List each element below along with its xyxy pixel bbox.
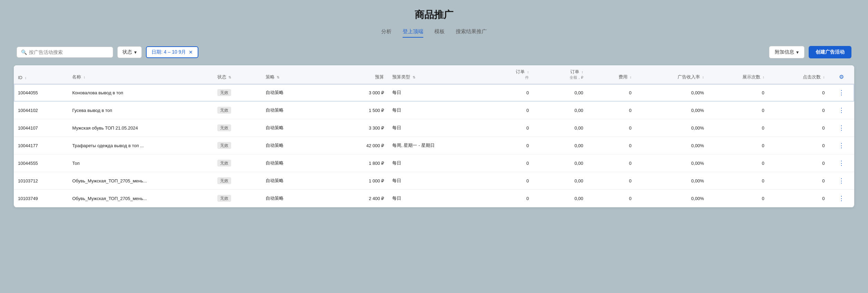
- cell-id: 10044107: [14, 119, 68, 137]
- status-badge: 无效: [217, 124, 231, 131]
- col-header-orders-sum: 订单 ↕ 全额，₽: [533, 65, 587, 84]
- cell-orders-sum: 0,00: [533, 119, 587, 137]
- cell-name: Коновалова вывод в топ: [68, 84, 213, 102]
- page-title: 商品推广: [14, 8, 854, 21]
- more-options-icon[interactable]: ⋮: [838, 89, 845, 96]
- create-campaign-button[interactable]: 创建广告活动: [809, 46, 851, 58]
- more-options-icon[interactable]: ⋮: [838, 124, 845, 132]
- cell-budget-type: 每日: [388, 102, 485, 119]
- sort-icon-strategy[interactable]: ⇅: [277, 75, 279, 79]
- cell-name: Топ: [68, 154, 213, 172]
- cell-cost: 0: [588, 102, 636, 119]
- cell-ad-income: 0,00%: [636, 84, 708, 102]
- cell-budget: 1 500 ₽: [328, 102, 388, 119]
- col-header-ad-income: 广告收入率 ↕: [636, 65, 708, 84]
- status-badge: 无效: [217, 195, 231, 202]
- col-header-cost: 费用 ↕: [588, 65, 636, 84]
- cell-cost: 0: [588, 84, 636, 102]
- cell-strategy: 自动策略: [262, 119, 328, 137]
- sort-icon-cost[interactable]: ↕: [630, 75, 632, 79]
- additional-info-label: 附加信息: [775, 49, 794, 55]
- col-header-strategy: 策略 ⇅: [262, 65, 328, 84]
- col-header-budget-type: 预算类型 ⇅: [388, 65, 485, 84]
- cell-budget: 42 000 ₽: [328, 137, 388, 154]
- cell-views: 0: [708, 102, 768, 119]
- cell-budget: 3 000 ₽: [328, 84, 388, 102]
- cell-more: ⋮: [829, 172, 854, 190]
- table-row[interactable]: 10044102 Гусева вывод в топ 无效 自动策略 1 50…: [14, 102, 854, 119]
- sort-icon-id[interactable]: ↕: [25, 76, 27, 80]
- cell-budget-type: 每日: [388, 119, 485, 137]
- sort-icon-orders-sum[interactable]: ↕: [582, 70, 583, 74]
- sort-icon-budget-type[interactable]: ⇅: [413, 75, 415, 79]
- table-header-row: ID ↕ 名称 ↕ 状态 ⇅ 策略 ⇅ 预算 预算类型 ⇅: [14, 65, 854, 84]
- table-row[interactable]: 10044555 Топ 无效 自动策略 1 800 ₽ 每日 0 0,00 0…: [14, 154, 854, 172]
- cell-budget: 2 400 ₽: [328, 190, 388, 207]
- data-table-container: ID ↕ 名称 ↕ 状态 ⇅ 策略 ⇅ 预算 预算类型 ⇅: [14, 65, 854, 207]
- col-header-id: ID ↕: [14, 65, 68, 84]
- sort-icon-views[interactable]: ↕: [762, 75, 764, 79]
- tab-search[interactable]: 搜索结果推广: [456, 28, 487, 38]
- cell-status: 无效: [213, 172, 262, 190]
- cell-orders-count: 0: [485, 137, 533, 154]
- cell-cost: 0: [588, 119, 636, 137]
- sort-icon-status[interactable]: ⇅: [228, 75, 231, 79]
- cell-orders-sum: 0,00: [533, 190, 587, 207]
- sort-icon-ad-income[interactable]: ↕: [702, 75, 704, 79]
- cell-orders-count: 0: [485, 119, 533, 137]
- cell-budget-type: 每日: [388, 84, 485, 102]
- cell-orders-sum: 0,00: [533, 137, 587, 154]
- cell-status: 无效: [213, 190, 262, 207]
- cell-status: 无效: [213, 154, 262, 172]
- cell-more: ⋮: [829, 84, 854, 102]
- tab-analysis[interactable]: 分析: [381, 28, 392, 38]
- table-row[interactable]: 10044055 Коновалова вывод в топ 无效 自动策略 …: [14, 84, 854, 102]
- cell-id: 10044055: [14, 84, 68, 102]
- cell-views: 0: [708, 119, 768, 137]
- more-options-icon[interactable]: ⋮: [838, 159, 845, 167]
- cell-ad-income: 0,00%: [636, 119, 708, 137]
- cell-name: Гусева вывод в топ: [68, 102, 213, 119]
- cell-cost: 0: [588, 137, 636, 154]
- cell-more: ⋮: [829, 190, 854, 207]
- chevron-down-icon-additional: ▾: [796, 49, 799, 55]
- close-icon[interactable]: ✕: [189, 49, 193, 55]
- sort-icon-orders-count[interactable]: ↕: [527, 70, 529, 74]
- more-options-icon[interactable]: ⋮: [838, 142, 845, 149]
- cell-ad-income: 0,00%: [636, 102, 708, 119]
- col-header-status: 状态 ⇅: [213, 65, 262, 84]
- cell-status: 无效: [213, 137, 262, 154]
- table-row[interactable]: 10103749 Обувь_Мужская_ТОП_2705_мень... …: [14, 190, 854, 207]
- cell-clicks: 0: [768, 154, 829, 172]
- cell-views: 0: [708, 154, 768, 172]
- table-row[interactable]: 10044177 Трафареты одежда вывод в топ ..…: [14, 137, 854, 154]
- date-filter-label: 日期: 4 – 10 9月: [151, 49, 186, 55]
- cell-clicks: 0: [768, 172, 829, 190]
- toolbar: 🔍 状态 ▾ 日期: 4 – 10 9月 ✕ 附加信息 ▾ 创建广告活动: [14, 46, 854, 58]
- tab-top[interactable]: 登上顶端: [403, 28, 423, 38]
- tab-templates[interactable]: 模板: [434, 28, 445, 38]
- sort-icon-clicks[interactable]: ↕: [823, 75, 825, 79]
- cell-orders-count: 0: [485, 102, 533, 119]
- more-options-icon[interactable]: ⋮: [838, 195, 845, 202]
- more-options-icon[interactable]: ⋮: [838, 106, 845, 114]
- campaigns-table: ID ↕ 名称 ↕ 状态 ⇅ 策略 ⇅ 预算 预算类型 ⇅: [14, 65, 854, 207]
- additional-info-button[interactable]: 附加信息 ▾: [769, 46, 805, 58]
- table-row[interactable]: 10044107 Мужская обувь ТОП 21.05.2024 无效…: [14, 119, 854, 137]
- more-options-icon[interactable]: ⋮: [838, 177, 845, 185]
- cell-strategy: 自动策略: [262, 84, 328, 102]
- cell-cost: 0: [588, 172, 636, 190]
- cell-strategy: 自动策略: [262, 172, 328, 190]
- gear-icon[interactable]: ⚙: [839, 74, 844, 80]
- search-input[interactable]: [29, 49, 109, 55]
- cell-id: 10044555: [14, 154, 68, 172]
- cell-id: 10103712: [14, 172, 68, 190]
- date-filter[interactable]: 日期: 4 – 10 9月 ✕: [146, 46, 198, 58]
- search-box[interactable]: 🔍: [17, 47, 113, 58]
- status-dropdown[interactable]: 状态 ▾: [117, 46, 142, 58]
- cell-budget-type: 每日: [388, 190, 485, 207]
- cell-name: Трафареты одежда вывод в топ ...: [68, 137, 213, 154]
- sort-icon-name[interactable]: ↕: [83, 75, 85, 79]
- status-badge: 无效: [217, 107, 231, 114]
- table-row[interactable]: 10103712 Обувь_Мужская_ТОП_2705_мень... …: [14, 172, 854, 190]
